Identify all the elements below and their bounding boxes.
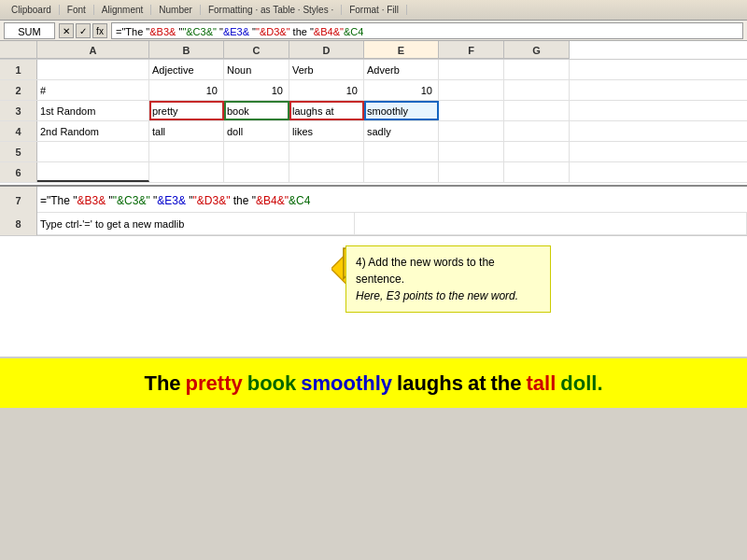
formula-space3: " <box>186 194 193 207</box>
row-num-6: 6 <box>0 162 37 182</box>
bottom-sentence: The pretty book smoothly laughs at the t… <box>0 357 747 408</box>
cell-f4[interactable] <box>439 121 504 141</box>
col-header-c[interactable]: C <box>224 41 289 59</box>
styles-section: Formatting · as Table · Styles · <box>201 5 342 15</box>
cell-b4[interactable]: tall <box>149 121 224 141</box>
sentence-laughs: laughs <box>397 371 463 396</box>
formula-e3: &E3& <box>157 194 186 207</box>
row-2: 2 # 10 10 10 10 <box>0 80 747 101</box>
col-header-a[interactable]: A <box>37 41 149 59</box>
col-header-d[interactable]: D <box>289 41 364 59</box>
cell-g3[interactable] <box>504 101 570 120</box>
formula-c4: &C4 <box>289 194 310 207</box>
formula-b3: &B3& <box>78 194 106 207</box>
cell-a4[interactable]: 2nd Random <box>37 121 149 141</box>
cell-d3[interactable]: laughs at <box>289 101 364 120</box>
cell-g2[interactable] <box>504 80 570 100</box>
row-6: 6 <box>0 162 747 183</box>
row-num-2: 2 <box>0 80 37 100</box>
formula-the: "The " <box>47 194 78 207</box>
spreadsheet: A B C D E F G 1 Adjective Noun Verb Adve… <box>0 41 747 235</box>
cell-b6[interactable] <box>149 162 224 182</box>
cell-b3[interactable]: pretty <box>149 101 224 120</box>
row-8: 8 Type ctrl-'=' to get a new madlib <box>0 213 747 235</box>
cell-d6[interactable] <box>289 162 364 182</box>
cell-g4[interactable] <box>504 121 570 141</box>
insert-function-btn[interactable]: fx <box>92 23 107 38</box>
tooltip-line2: sentence. <box>356 273 404 286</box>
col-header-b[interactable]: B <box>149 41 224 59</box>
cell-e5[interactable] <box>364 142 439 161</box>
row-num-8: 8 <box>0 213 37 235</box>
sentence-the2: the <box>491 371 522 396</box>
cell-g6[interactable] <box>504 162 570 182</box>
cell-c1[interactable]: Noun <box>224 60 289 79</box>
sentence-tall: tall <box>527 371 557 396</box>
cell-f6[interactable] <box>439 162 504 182</box>
cell-e4[interactable]: sadly <box>364 121 439 141</box>
cell-a8[interactable]: Type ctrl-'=' to get a new madlib <box>37 213 355 235</box>
formula-space1: " <box>106 194 113 207</box>
cell-c4[interactable]: doll <box>224 121 289 141</box>
formula-input[interactable]: ="The "&B3& ""&C3&" "&E3& ""&D3&" the "&… <box>111 22 743 39</box>
formula-bar: SUM ✕ ✓ fx ="The "&B3& ""&C3&" "&E3& ""&… <box>0 21 747 41</box>
cell-b5[interactable] <box>149 142 224 161</box>
sentence-book: book <box>247 371 297 396</box>
cell-c3[interactable]: book <box>224 101 289 120</box>
cell-g5[interactable] <box>504 142 570 161</box>
cell-g1[interactable] <box>504 60 570 79</box>
font-section: Font <box>60 5 94 15</box>
cell-a5[interactable] <box>37 142 149 161</box>
formula-c3: "&C3&" <box>113 194 150 207</box>
cell-a1[interactable] <box>37 60 149 79</box>
cell-c2[interactable]: 10 <box>224 80 289 100</box>
tooltip-line1: 4) Add the new words to the <box>356 256 495 269</box>
row-7: 7 ="The "&B3& ""&C3&" "&E3& ""&D3&" the … <box>0 185 747 213</box>
cell-c6[interactable] <box>224 162 289 182</box>
cell-f5[interactable] <box>439 142 504 161</box>
cell-e3[interactable]: smoothly <box>364 101 439 120</box>
cell-e2[interactable]: 10 <box>364 80 439 100</box>
formula-d3: "&D3&" <box>193 194 231 207</box>
row-num-4: 4 <box>0 121 37 141</box>
cell-a2[interactable]: # <box>37 80 149 100</box>
cell-a3[interactable]: 1st Random <box>37 101 149 120</box>
row-1: 1 Adjective Noun Verb Adverb <box>0 60 747 80</box>
cell-d1[interactable]: Verb <box>289 60 364 79</box>
row-num-3: 3 <box>0 101 37 120</box>
cell-d5[interactable] <box>289 142 364 161</box>
formula-equals: = <box>40 194 47 207</box>
cell-formula-row7[interactable]: ="The "&B3& ""&C3&" "&E3& ""&D3&" the "&… <box>37 187 747 212</box>
cell-f3[interactable] <box>439 101 504 120</box>
name-box[interactable]: SUM <box>4 22 55 39</box>
tooltip-box: 4) Add the new words to the sentence. He… <box>345 245 551 313</box>
cell-b2[interactable]: 10 <box>149 80 224 100</box>
row-num-5: 5 <box>0 142 37 161</box>
row-num-7: 7 <box>0 187 37 215</box>
cell-d4[interactable]: likes <box>289 121 364 141</box>
number-section: Number <box>151 5 201 15</box>
col-header-f[interactable]: F <box>439 41 504 59</box>
cell-d2[interactable]: 10 <box>289 80 364 100</box>
alignment-section: Alignment <box>94 5 151 15</box>
cancel-formula-btn[interactable]: ✕ <box>59 23 74 38</box>
formula-the2: the " <box>230 194 256 207</box>
cell-f2[interactable] <box>439 80 504 100</box>
confirm-formula-btn[interactable]: ✓ <box>76 23 91 38</box>
cell-a6[interactable] <box>37 162 149 182</box>
row-5: 5 <box>0 142 747 162</box>
corner-header <box>0 41 37 59</box>
sentence-pretty: pretty <box>186 371 243 396</box>
cell-b1[interactable]: Adjective <box>149 60 224 79</box>
cell-e6[interactable] <box>364 162 439 182</box>
col-header-g[interactable]: G <box>504 41 570 59</box>
cell-b8-rest[interactable] <box>355 213 747 235</box>
cell-e1[interactable]: Adverb <box>364 60 439 79</box>
formula-b4: &B4&" <box>256 194 289 207</box>
cell-c5[interactable] <box>224 142 289 161</box>
formula-buttons: ✕ ✓ fx <box>59 23 107 38</box>
tooltip-line3: Here, E3 points to the new word. <box>356 289 518 302</box>
cell-f1[interactable] <box>439 60 504 79</box>
col-header-e[interactable]: E <box>364 41 439 59</box>
row-4: 4 2nd Random tall doll likes sadly <box>0 121 747 142</box>
